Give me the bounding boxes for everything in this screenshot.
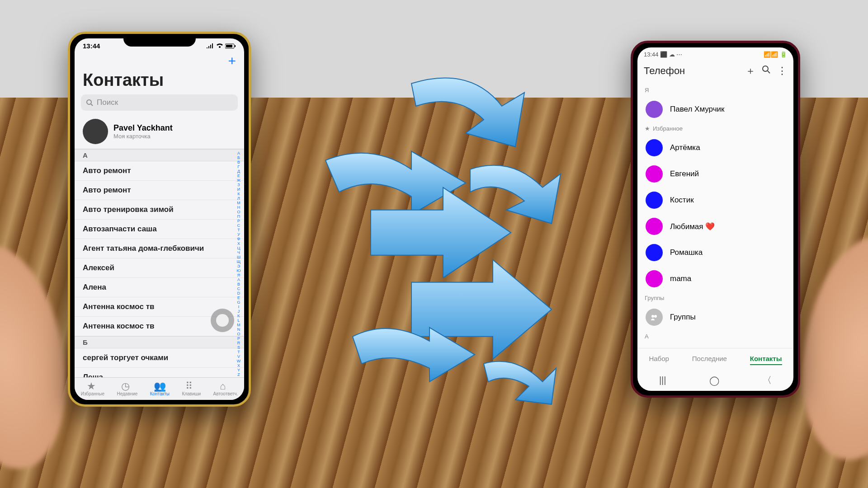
index-letter[interactable]: Х bbox=[235, 241, 242, 246]
index-letter[interactable]: Т bbox=[235, 228, 242, 232]
favorite-contact-row[interactable]: Ромашка bbox=[637, 239, 793, 266]
favorite-contact-row[interactable]: mama bbox=[637, 266, 793, 292]
add-contact-button[interactable]: + bbox=[228, 53, 236, 69]
search-input[interactable]: Поиск bbox=[81, 94, 238, 111]
index-letter[interactable]: Щ bbox=[235, 259, 242, 264]
index-letter[interactable]: Е bbox=[235, 174, 242, 178]
index-letter[interactable]: Y bbox=[235, 368, 242, 372]
index-letter[interactable]: # bbox=[235, 377, 242, 377]
index-letter[interactable]: И bbox=[235, 187, 242, 192]
index-letter[interactable]: Р bbox=[235, 219, 242, 223]
index-letter[interactable]: С bbox=[235, 223, 242, 228]
contacts-list[interactable]: АБВГДЕЖЗИКЛМНОПРСТУФХЦЧШЩЭЮЯABCDEGIJKLMN… bbox=[75, 149, 244, 377]
favorite-contact-row[interactable]: Любимая ❤️ bbox=[637, 213, 793, 239]
index-letter[interactable]: Ч bbox=[235, 250, 242, 255]
index-letter[interactable]: А bbox=[235, 151, 242, 155]
phone-app-tabs: НаборПоследниеКонтакты bbox=[637, 348, 793, 369]
contact-row[interactable]: Авто ремонт bbox=[75, 181, 244, 200]
alpha-index[interactable]: АБВГДЕЖЗИКЛМНОПРСТУФХЦЧШЩЭЮЯABCDEGIJKLMN… bbox=[235, 151, 242, 375]
index-letter[interactable]: W bbox=[235, 359, 242, 363]
contact-row[interactable]: Алена bbox=[75, 278, 244, 297]
index-letter[interactable]: G bbox=[235, 300, 242, 305]
recents-nav-button[interactable]: ||| bbox=[659, 375, 666, 385]
index-letter[interactable]: Э bbox=[235, 264, 242, 268]
index-letter[interactable]: Ю bbox=[235, 268, 242, 273]
svg-point-5 bbox=[763, 66, 768, 71]
tab-keypad[interactable]: ⠿Клавиши bbox=[182, 380, 201, 396]
index-letter[interactable]: J bbox=[235, 309, 242, 314]
favorite-contact-row[interactable]: Артёмка bbox=[637, 135, 793, 161]
phone-tab[interactable]: Набор bbox=[649, 355, 669, 365]
index-letter[interactable]: Д bbox=[235, 169, 242, 174]
my-card-row[interactable]: Pavel Yackhant Моя карточка bbox=[75, 116, 244, 149]
index-letter[interactable]: S bbox=[235, 345, 242, 350]
favorites-label: Избранное bbox=[653, 125, 683, 132]
index-letter[interactable]: T bbox=[235, 350, 242, 354]
favorite-contact-row[interactable]: Евгений bbox=[637, 161, 793, 187]
iphone-device: 13:44 + Контакты Поиск Pavel Yackhant Мо… bbox=[68, 32, 251, 407]
index-letter[interactable]: Н bbox=[235, 205, 242, 210]
contact-row[interactable]: Авто ремонт bbox=[75, 161, 244, 181]
index-letter[interactable]: Ж bbox=[235, 178, 242, 183]
index-letter[interactable]: N bbox=[235, 327, 242, 332]
index-letter[interactable]: У bbox=[235, 232, 242, 237]
index-letter[interactable]: Ц bbox=[235, 246, 242, 250]
tab-star[interactable]: ★Избранные bbox=[81, 380, 104, 396]
index-letter[interactable]: П bbox=[235, 214, 242, 219]
contact-row[interactable]: сергей торгует очками bbox=[75, 348, 244, 368]
index-letter[interactable]: З bbox=[235, 183, 242, 187]
index-letter[interactable]: Z bbox=[235, 372, 242, 377]
index-letter[interactable]: I bbox=[235, 305, 242, 309]
index-letter[interactable]: M bbox=[235, 323, 242, 327]
contact-row[interactable]: Авто тренировка зимой bbox=[75, 200, 244, 220]
assistive-touch-button[interactable] bbox=[211, 309, 234, 332]
index-letter[interactable]: X bbox=[235, 363, 242, 368]
search-button[interactable] bbox=[762, 65, 771, 77]
index-letter[interactable]: V bbox=[235, 354, 242, 359]
search-placeholder: Поиск bbox=[97, 98, 118, 107]
tab-clock[interactable]: ◷Недавние bbox=[117, 380, 137, 396]
me-section-header: Я bbox=[637, 84, 793, 96]
index-letter[interactable]: Я bbox=[235, 273, 242, 277]
index-letter[interactable]: Л bbox=[235, 196, 242, 201]
android-header: Телефон ＋ ⋮ bbox=[637, 60, 793, 84]
index-letter[interactable]: L bbox=[235, 318, 242, 323]
contact-row[interactable]: Автозапчасти саша bbox=[75, 220, 244, 239]
index-letter[interactable]: C bbox=[235, 286, 242, 291]
tab-person[interactable]: 👥Контакты bbox=[150, 380, 170, 396]
transfer-arrows-graphic bbox=[298, 66, 570, 409]
index-letter[interactable]: В bbox=[235, 160, 242, 164]
index-letter[interactable]: D bbox=[235, 291, 242, 296]
search-icon bbox=[762, 65, 771, 74]
index-letter[interactable]: Ш bbox=[235, 255, 242, 259]
back-nav-button[interactable]: 〈 bbox=[763, 374, 772, 386]
add-button[interactable]: ＋ bbox=[745, 64, 755, 78]
index-letter[interactable]: К bbox=[235, 192, 242, 196]
contact-name: Ромашка bbox=[670, 248, 703, 257]
contact-row[interactable]: Леша bbox=[75, 368, 244, 377]
index-letter[interactable]: A bbox=[235, 277, 242, 282]
index-letter[interactable]: Г bbox=[235, 164, 242, 169]
phone-tab[interactable]: Последние bbox=[692, 355, 727, 365]
index-letter[interactable]: Б bbox=[235, 155, 242, 160]
index-letter[interactable]: P bbox=[235, 336, 242, 341]
phone-tab[interactable]: Контакты bbox=[750, 355, 782, 365]
index-letter[interactable]: R bbox=[235, 341, 242, 345]
home-nav-button[interactable]: ◯ bbox=[709, 375, 719, 386]
index-letter[interactable]: О bbox=[235, 210, 242, 214]
contact-row[interactable]: Агент татьяна дома-глебковичи bbox=[75, 239, 244, 258]
my-profile-row[interactable]: Павел Хмурчик bbox=[637, 96, 793, 122]
tab-voicemail[interactable]: ⌂Автоответч. bbox=[213, 380, 238, 396]
index-letter[interactable]: K bbox=[235, 314, 242, 318]
favorites-section-header: ★ Избранное bbox=[637, 122, 793, 135]
contact-row[interactable]: Алексей bbox=[75, 258, 244, 278]
groups-row[interactable]: Группы bbox=[637, 304, 793, 330]
contact-name: Евгений bbox=[670, 169, 699, 178]
index-letter[interactable]: E bbox=[235, 296, 242, 300]
index-letter[interactable]: Ф bbox=[235, 237, 242, 241]
favorite-contact-row[interactable]: Костик bbox=[637, 187, 793, 213]
more-button[interactable]: ⋮ bbox=[777, 65, 787, 77]
index-letter[interactable]: B bbox=[235, 282, 242, 286]
index-letter[interactable]: O bbox=[235, 332, 242, 336]
index-letter[interactable]: М bbox=[235, 201, 242, 205]
